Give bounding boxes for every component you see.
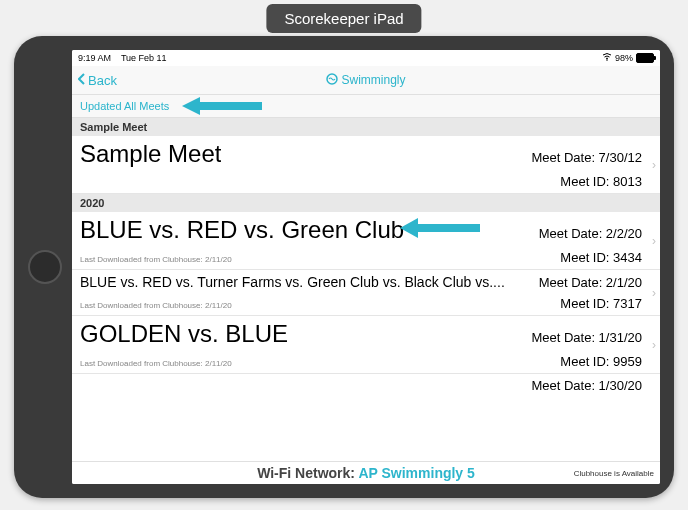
meet-date: Meet Date: 1/30/20 (531, 378, 642, 393)
wifi-label: Wi-Fi Network: AP Swimmingly 5 (257, 465, 475, 481)
sub-nav: Updated All Meets (72, 95, 660, 118)
status-right: 98% (602, 53, 654, 63)
back-button[interactable]: Back (72, 73, 117, 88)
screen: 9:19 AM Tue Feb 11 98% Back (72, 50, 660, 484)
chevron-right-icon: › (652, 338, 656, 352)
download-note: Last Downloaded from Clubhouse: 2/11/20 (80, 359, 232, 368)
ipad-frame: 9:19 AM Tue Feb 11 98% Back (14, 36, 674, 498)
download-note: Last Downloaded from Clubhouse: 2/11/20 (80, 301, 232, 310)
meet-row[interactable]: Sample Meet Meet Date: 7/30/12 Meet ID: … (72, 136, 660, 194)
meet-date: Meet Date: 2/1/20 (539, 275, 642, 290)
meet-date: Meet Date: 1/31/20 (531, 330, 642, 345)
meet-title: BLUE vs. RED vs. Green Club (80, 216, 531, 244)
chevron-right-icon: › (652, 286, 656, 300)
meet-id: Meet ID: 3434 (560, 250, 642, 265)
swimmingly-logo-icon (326, 73, 338, 88)
scorekeeper-label: Scorekeeper iPad (266, 4, 421, 33)
nav-title-text: Swimmingly (341, 73, 405, 87)
status-date: Tue Feb 11 (121, 53, 167, 63)
chevron-left-icon (78, 73, 86, 88)
meet-id: Meet ID: 8013 (560, 174, 642, 189)
nav-title: Swimmingly (72, 73, 660, 88)
nav-bar: Back Swimmingly (72, 66, 660, 95)
meet-title: GOLDEN vs. BLUE (80, 320, 288, 348)
chevron-right-icon: › (652, 234, 656, 248)
meet-title: Sample Meet (80, 140, 221, 168)
clubhouse-status: Clubhouse is Available (574, 469, 654, 478)
status-time: 9:19 AM (78, 53, 111, 63)
battery-pct: 98% (615, 53, 633, 63)
update-all-meets-link[interactable]: Updated All Meets (80, 100, 169, 112)
meet-row[interactable]: BLUE vs. RED vs. Turner Farms vs. Green … (72, 270, 660, 316)
meet-row[interactable]: GOLDEN vs. BLUE Meet Date: 1/31/20 Last … (72, 316, 660, 374)
meet-title: BLUE vs. RED vs. Turner Farms vs. Green … (80, 274, 505, 290)
section-header: 2020 (72, 194, 660, 212)
section-header: Sample Meet (72, 118, 660, 136)
meet-date: Meet Date: 2/2/20 (539, 226, 642, 241)
wifi-prefix: Wi-Fi Network: (257, 465, 358, 481)
meet-date: Meet Date: 7/30/12 (531, 150, 642, 165)
wifi-icon (602, 53, 612, 63)
status-bar: 9:19 AM Tue Feb 11 98% (72, 50, 660, 66)
battery-icon (636, 53, 654, 63)
svg-point-0 (606, 59, 608, 61)
meet-id: Meet ID: 9959 (560, 354, 642, 369)
download-note: Last Downloaded from Clubhouse: 2/11/20 (80, 255, 232, 264)
chevron-right-icon: › (652, 158, 656, 172)
wifi-network-name: AP Swimmingly 5 (358, 465, 474, 481)
meet-id: Meet ID: 7317 (560, 296, 642, 311)
footer-bar: Wi-Fi Network: AP Swimmingly 5 Clubhouse… (72, 461, 660, 484)
annotation-arrow-1 (182, 97, 262, 115)
meet-list[interactable]: Sample Meet Sample Meet Meet Date: 7/30/… (72, 118, 660, 461)
svg-point-1 (327, 74, 337, 84)
svg-rect-2 (196, 102, 262, 110)
back-label: Back (88, 73, 117, 88)
meet-row[interactable]: BLUE vs. RED vs. Green Club Meet Date: 2… (72, 212, 660, 270)
status-left: 9:19 AM Tue Feb 11 (78, 53, 167, 63)
meet-row[interactable]: Meet Date: 1/30/20 (72, 374, 660, 397)
home-button[interactable] (28, 250, 62, 284)
